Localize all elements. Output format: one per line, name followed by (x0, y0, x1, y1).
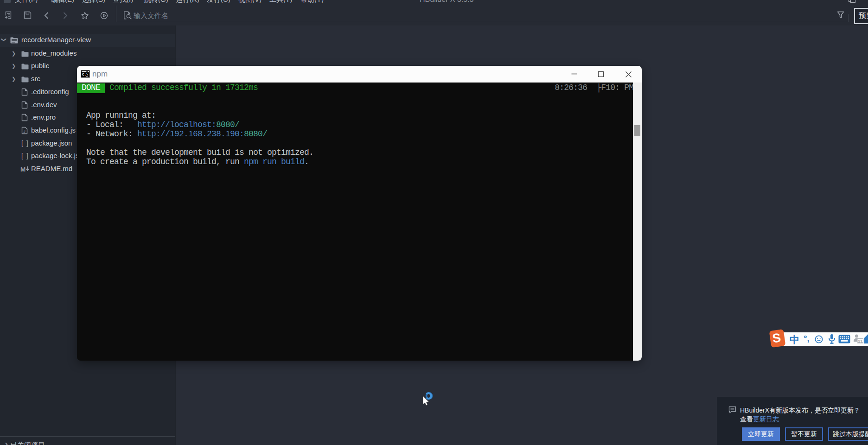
svg-text:J: J (23, 129, 26, 134)
svg-text:M: M (20, 166, 26, 172)
svg-text:21: 21 (858, 338, 863, 343)
